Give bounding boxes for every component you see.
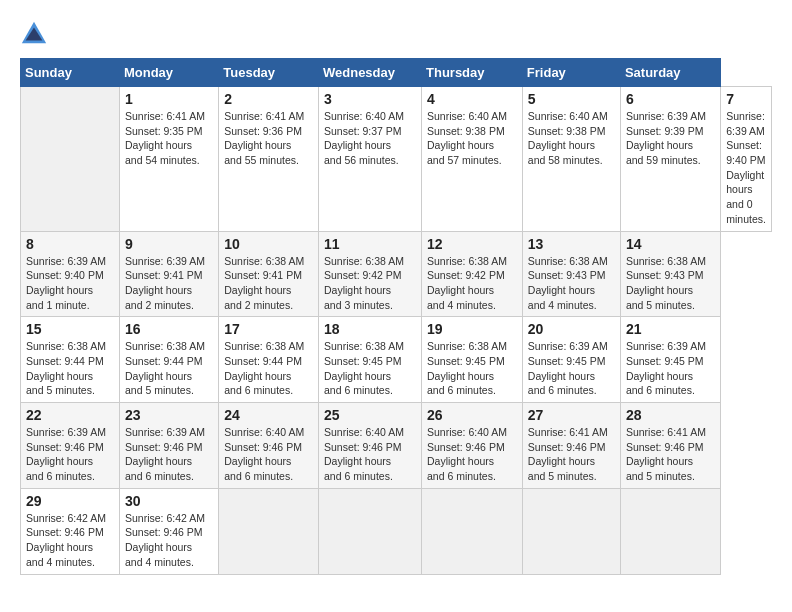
sunset-label: Sunset: 9:44 PM xyxy=(224,355,302,367)
day-info: Sunrise: 6:40 AM Sunset: 9:46 PM Dayligh… xyxy=(224,425,313,484)
calendar-day-cell: 28 Sunrise: 6:41 AM Sunset: 9:46 PM Dayl… xyxy=(620,403,720,489)
calendar-day-cell xyxy=(522,488,620,574)
sunrise-label: Sunrise: 6:38 AM xyxy=(427,255,507,267)
daylight-label: Daylight hours xyxy=(324,139,391,151)
day-info: Sunrise: 6:40 AM Sunset: 9:38 PM Dayligh… xyxy=(427,109,517,168)
sunrise-label: Sunrise: 6:40 AM xyxy=(427,110,507,122)
column-header-thursday: Thursday xyxy=(422,59,523,87)
sunrise-label: Sunrise: 6:41 AM xyxy=(125,110,205,122)
calendar-day-cell: 3 Sunrise: 6:40 AM Sunset: 9:37 PM Dayli… xyxy=(318,87,421,232)
daylight-value: and 55 minutes. xyxy=(224,154,299,166)
day-info: Sunrise: 6:39 AM Sunset: 9:39 PM Dayligh… xyxy=(626,109,715,168)
day-number: 12 xyxy=(427,236,517,252)
day-number: 6 xyxy=(626,91,715,107)
calendar-day-cell: 27 Sunrise: 6:41 AM Sunset: 9:46 PM Dayl… xyxy=(522,403,620,489)
daylight-label: Daylight hours xyxy=(125,455,192,467)
daylight-label: Daylight hours xyxy=(224,370,291,382)
day-info: Sunrise: 6:39 AM Sunset: 9:45 PM Dayligh… xyxy=(626,339,715,398)
sunset-label: Sunset: 9:43 PM xyxy=(528,269,606,281)
column-header-monday: Monday xyxy=(119,59,218,87)
day-number: 8 xyxy=(26,236,114,252)
day-number: 25 xyxy=(324,407,416,423)
daylight-label: Daylight hours xyxy=(528,284,595,296)
day-info: Sunrise: 6:39 AM Sunset: 9:41 PM Dayligh… xyxy=(125,254,213,313)
daylight-label: Daylight hours xyxy=(626,284,693,296)
sunset-label: Sunset: 9:46 PM xyxy=(224,441,302,453)
sunset-label: Sunset: 9:45 PM xyxy=(528,355,606,367)
sunrise-label: Sunrise: 6:38 AM xyxy=(324,340,404,352)
calendar-day-cell xyxy=(620,488,720,574)
daylight-label: Daylight hours xyxy=(125,284,192,296)
sunset-label: Sunset: 9:42 PM xyxy=(324,269,402,281)
sunrise-label: Sunrise: 6:39 AM xyxy=(626,110,706,122)
sunset-label: Sunset: 9:42 PM xyxy=(427,269,505,281)
calendar-day-cell: 22 Sunrise: 6:39 AM Sunset: 9:46 PM Dayl… xyxy=(21,403,120,489)
calendar-day-cell: 20 Sunrise: 6:39 AM Sunset: 9:45 PM Dayl… xyxy=(522,317,620,403)
sunrise-label: Sunrise: 6:39 AM xyxy=(26,426,106,438)
column-header-sunday: Sunday xyxy=(21,59,120,87)
sunset-label: Sunset: 9:38 PM xyxy=(528,125,606,137)
day-info: Sunrise: 6:38 AM Sunset: 9:45 PM Dayligh… xyxy=(324,339,416,398)
daylight-label: Daylight hours xyxy=(26,541,93,553)
calendar-day-cell: 11 Sunrise: 6:38 AM Sunset: 9:42 PM Dayl… xyxy=(318,231,421,317)
sunrise-label: Sunrise: 6:39 AM xyxy=(26,255,106,267)
daylight-value: and 1 minute. xyxy=(26,299,90,311)
daylight-value: and 6 minutes. xyxy=(324,470,393,482)
day-number: 19 xyxy=(427,321,517,337)
daylight-value: and 2 minutes. xyxy=(224,299,293,311)
sunset-label: Sunset: 9:46 PM xyxy=(26,441,104,453)
calendar-day-cell: 26 Sunrise: 6:40 AM Sunset: 9:46 PM Dayl… xyxy=(422,403,523,489)
daylight-label: Daylight hours xyxy=(125,139,192,151)
column-header-tuesday: Tuesday xyxy=(219,59,319,87)
calendar-table: SundayMondayTuesdayWednesdayThursdayFrid… xyxy=(20,58,772,575)
logo xyxy=(20,20,52,48)
calendar-day-cell xyxy=(219,488,319,574)
daylight-value: and 6 minutes. xyxy=(224,384,293,396)
daylight-value: and 5 minutes. xyxy=(626,299,695,311)
day-number: 9 xyxy=(125,236,213,252)
day-number: 29 xyxy=(26,493,114,509)
calendar-header-row: SundayMondayTuesdayWednesdayThursdayFrid… xyxy=(21,59,772,87)
daylight-value: and 0 minutes. xyxy=(726,198,766,225)
calendar-week-row: 29 Sunrise: 6:42 AM Sunset: 9:46 PM Dayl… xyxy=(21,488,772,574)
daylight-label: Daylight hours xyxy=(26,370,93,382)
day-number: 15 xyxy=(26,321,114,337)
column-header-saturday: Saturday xyxy=(620,59,720,87)
daylight-value: and 2 minutes. xyxy=(125,299,194,311)
daylight-value: and 59 minutes. xyxy=(626,154,701,166)
sunrise-label: Sunrise: 6:38 AM xyxy=(528,255,608,267)
sunrise-label: Sunrise: 6:38 AM xyxy=(324,255,404,267)
day-number: 28 xyxy=(626,407,715,423)
sunrise-label: Sunrise: 6:38 AM xyxy=(125,340,205,352)
calendar-day-cell: 21 Sunrise: 6:39 AM Sunset: 9:45 PM Dayl… xyxy=(620,317,720,403)
day-info: Sunrise: 6:40 AM Sunset: 9:38 PM Dayligh… xyxy=(528,109,615,168)
daylight-value: and 5 minutes. xyxy=(528,470,597,482)
sunrise-label: Sunrise: 6:38 AM xyxy=(626,255,706,267)
day-info: Sunrise: 6:40 AM Sunset: 9:46 PM Dayligh… xyxy=(427,425,517,484)
calendar-day-cell: 18 Sunrise: 6:38 AM Sunset: 9:45 PM Dayl… xyxy=(318,317,421,403)
sunrise-label: Sunrise: 6:39 AM xyxy=(726,110,765,137)
daylight-value: and 6 minutes. xyxy=(224,470,293,482)
calendar-day-cell: 29 Sunrise: 6:42 AM Sunset: 9:46 PM Dayl… xyxy=(21,488,120,574)
sunrise-label: Sunrise: 6:38 AM xyxy=(427,340,507,352)
sunset-label: Sunset: 9:46 PM xyxy=(125,526,203,538)
calendar-day-cell: 23 Sunrise: 6:39 AM Sunset: 9:46 PM Dayl… xyxy=(119,403,218,489)
day-number: 27 xyxy=(528,407,615,423)
day-info: Sunrise: 6:41 AM Sunset: 9:46 PM Dayligh… xyxy=(528,425,615,484)
day-number: 11 xyxy=(324,236,416,252)
day-number: 2 xyxy=(224,91,313,107)
sunrise-label: Sunrise: 6:41 AM xyxy=(528,426,608,438)
sunset-label: Sunset: 9:46 PM xyxy=(324,441,402,453)
calendar-day-cell: 15 Sunrise: 6:38 AM Sunset: 9:44 PM Dayl… xyxy=(21,317,120,403)
sunset-label: Sunset: 9:40 PM xyxy=(726,139,765,166)
sunset-label: Sunset: 9:43 PM xyxy=(626,269,704,281)
daylight-value: and 56 minutes. xyxy=(324,154,399,166)
day-number: 10 xyxy=(224,236,313,252)
daylight-label: Daylight hours xyxy=(726,169,764,196)
sunset-label: Sunset: 9:46 PM xyxy=(125,441,203,453)
day-info: Sunrise: 6:41 AM Sunset: 9:35 PM Dayligh… xyxy=(125,109,213,168)
daylight-value: and 5 minutes. xyxy=(125,384,194,396)
day-info: Sunrise: 6:38 AM Sunset: 9:43 PM Dayligh… xyxy=(528,254,615,313)
sunset-label: Sunset: 9:37 PM xyxy=(324,125,402,137)
sunrise-label: Sunrise: 6:39 AM xyxy=(125,255,205,267)
